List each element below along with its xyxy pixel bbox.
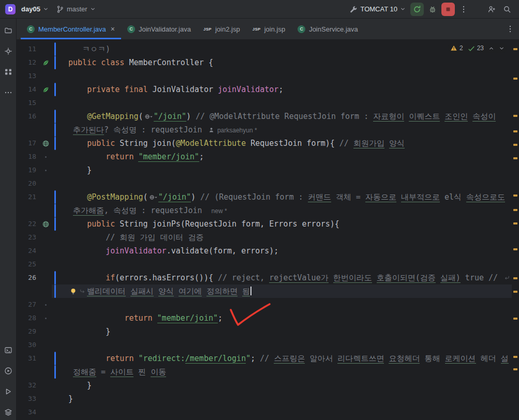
code-line-16[interactable]: 16 @GetMapping("/join") // @ModelAttribu… (17, 110, 512, 123)
code-text[interactable]: if(errors.hasErrors()){ // reject, rejec… (59, 271, 512, 284)
code-line-wrap[interactable]: 정해줌 = 사이트 찐 이동 (17, 365, 512, 379)
code-text[interactable]: public String join(@ModelAttribute Reque… (59, 137, 512, 150)
code-line-18[interactable]: 18 return "member/join"; (17, 150, 512, 163)
code-text[interactable] (59, 298, 512, 311)
branch-selector[interactable]: master (53, 4, 98, 15)
code-line-30[interactable]: 30 (17, 338, 512, 352)
spring-bean-icon[interactable] (42, 86, 50, 94)
tool-structure-button[interactable] (2, 65, 15, 79)
code-text[interactable]: 추가된다? 속성명 : requestJoin parksaehyun * (59, 123, 512, 137)
code-text[interactable]: public class MemberController { (59, 56, 512, 69)
request-mapping-icon[interactable] (42, 220, 50, 228)
line-number[interactable]: 33 (17, 392, 39, 406)
error-stripe[interactable] (512, 40, 519, 420)
tool-project-folder-button[interactable] (2, 24, 15, 37)
code-text[interactable]: // 회원 가입 데이터 검증 (59, 231, 512, 244)
url-inlay-icon[interactable] (149, 190, 157, 204)
code-text[interactable]: private final JoinValidator joinValidato… (59, 83, 512, 96)
code-line-wrap[interactable]: 추가된다? 속성명 : requestJoin parksaehyun * (17, 123, 512, 137)
tab-JoinValidator.java[interactable]: CJoinValidator.java (121, 19, 197, 39)
run-config-selector[interactable]: TOMCAT 10 (347, 4, 408, 15)
code-text[interactable] (59, 406, 512, 419)
code-text[interactable] (59, 258, 512, 271)
error-stripe-mark[interactable] (513, 356, 517, 358)
code-line-20[interactable]: 20 (17, 177, 512, 190)
rerun-button[interactable] (410, 3, 424, 16)
code-line-17[interactable]: 17 public String join(@ModelAttribute Re… (17, 137, 512, 150)
line-number[interactable]: 34 (17, 406, 39, 419)
search-everywhere-button[interactable] (500, 3, 514, 16)
close-icon[interactable]: × (111, 25, 115, 33)
code-line-22[interactable]: 22 public String joinPs(RequestJoin form… (17, 217, 512, 231)
code-text[interactable]: joinValidator.validate(form, errors); (59, 244, 512, 258)
line-number[interactable]: 19 (17, 163, 39, 177)
error-stripe-mark[interactable] (513, 291, 517, 293)
code-line-26[interactable]: 26 if(errors.hasErrors()){ // reject, re… (17, 271, 512, 284)
line-number[interactable] (17, 204, 39, 217)
line-number[interactable] (17, 365, 39, 379)
code-text[interactable] (59, 96, 512, 110)
line-number[interactable]: 20 (17, 177, 39, 190)
line-number[interactable]: 17 (17, 137, 39, 150)
code-text[interactable]: return "member/join"; (59, 150, 512, 163)
gutter-cell[interactable] (39, 217, 52, 231)
line-number[interactable]: 29 (17, 325, 39, 338)
code-line-19[interactable]: 19 } (17, 163, 512, 177)
code-line-31[interactable]: 31 return "redirect:/member/login"; // 스… (17, 352, 512, 365)
code-line-32[interactable]: 32 } (17, 379, 512, 392)
code-text[interactable]: } (59, 163, 512, 177)
line-number[interactable]: 32 (17, 379, 39, 392)
error-stripe-mark[interactable] (513, 78, 517, 80)
code-text[interactable]: 정해줌 = 사이트 찐 이동 (59, 365, 512, 379)
request-mapping-icon[interactable] (42, 140, 50, 147)
line-number[interactable]: 22 (17, 217, 39, 231)
tool-more-horizontal-button[interactable] (2, 86, 15, 99)
line-number[interactable] (17, 284, 39, 298)
line-number[interactable]: 24 (17, 244, 39, 258)
code-line-25[interactable]: 25 (17, 258, 512, 271)
gutter-cell[interactable] (39, 83, 52, 96)
code-text[interactable]: @GetMapping("/join") // @ModelAttribute … (59, 110, 512, 123)
error-stripe-mark[interactable] (513, 130, 517, 132)
line-number[interactable]: 11 (17, 42, 39, 56)
code-line-12[interactable]: 12public class MemberController { (17, 56, 512, 69)
gutter-cell[interactable] (39, 137, 52, 150)
project-selector[interactable]: day05 (19, 4, 51, 14)
stop-button[interactable] (441, 3, 455, 16)
code-text[interactable]: ㅋㅇㅋ) (59, 42, 512, 56)
error-stripe-mark[interactable] (513, 144, 517, 146)
code-line-33[interactable]: 33} (17, 392, 512, 406)
error-stripe-mark[interactable] (513, 157, 517, 159)
tool-services-button[interactable] (2, 385, 15, 398)
line-number[interactable]: 18 (17, 150, 39, 163)
code-text[interactable] (59, 177, 512, 190)
more-options-button[interactable] (457, 3, 470, 16)
line-number[interactable]: 15 (17, 96, 39, 110)
gutter-cell[interactable] (39, 56, 52, 69)
code-line-13[interactable]: 13 (17, 69, 512, 83)
code-text[interactable]: 밸리데이터 실패시 양식 여기에 정의하면 됨 (59, 284, 512, 298)
line-number[interactable]: 27 (17, 298, 39, 311)
line-number[interactable]: 31 (17, 352, 39, 365)
spring-bean-icon[interactable] (42, 59, 50, 67)
error-stripe-mark[interactable] (513, 277, 517, 279)
code-line-21[interactable]: 21 @PostMapping("/join") // (RequestJoin… (17, 190, 512, 204)
code-line-wrap[interactable]: 추가해줌, 속성명 : requestJoin new * (17, 204, 512, 217)
prev-problem-icon[interactable] (488, 46, 494, 51)
line-number[interactable]: 13 (17, 69, 39, 83)
error-stripe-mark[interactable] (513, 318, 517, 320)
tab-JoinService.java[interactable]: CJoinService.java (291, 19, 364, 39)
tab-join.jsp[interactable]: JSPjoin.jsp (246, 19, 292, 39)
tab-MemberController.java[interactable]: CMemberController.java× (21, 19, 121, 39)
code-text[interactable]: 추가해줌, 속성명 : requestJoin new * (59, 204, 512, 217)
code-line-15[interactable]: 15 (17, 96, 512, 110)
line-number[interactable]: 30 (17, 338, 39, 352)
debug-button[interactable] (426, 3, 439, 16)
error-stripe-mark[interactable] (513, 115, 517, 117)
code-text[interactable]: } (59, 325, 512, 338)
typos-indicator[interactable]: 23 (468, 44, 484, 52)
code-text[interactable]: return "member/join"; (59, 311, 512, 325)
error-stripe-mark[interactable] (513, 209, 517, 211)
tool-build-layers-button[interactable] (2, 406, 15, 419)
line-number[interactable]: 16 (17, 110, 39, 123)
